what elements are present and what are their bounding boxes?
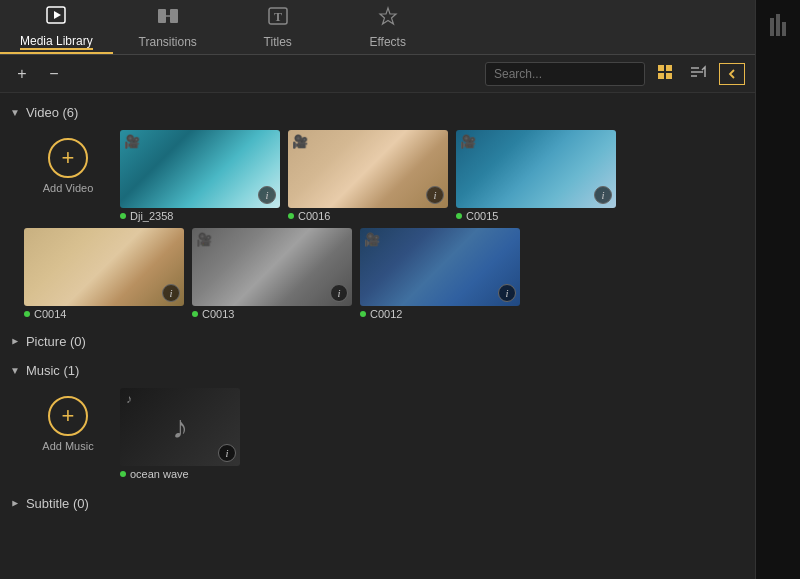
- video-item-c0015[interactable]: 🎥 i C0015: [456, 130, 616, 220]
- grid-view-button[interactable]: [653, 62, 677, 85]
- tab-media-library-label: Media Library: [20, 34, 93, 50]
- video-thumb-c0013: 🎥 i: [192, 228, 352, 306]
- status-dot-ocean-wave: [120, 471, 126, 477]
- add-music-button[interactable]: + Add Music: [24, 388, 112, 460]
- tab-titles[interactable]: T Titles: [223, 0, 333, 54]
- video-section-header[interactable]: ▼ Video (6): [10, 101, 745, 124]
- picture-collapse-arrow: ▼: [9, 337, 20, 347]
- status-dot-c0012: [360, 311, 366, 317]
- right-sidebar: [755, 0, 800, 579]
- svg-rect-10: [666, 73, 672, 79]
- main-panel: Media Library Transitions T Titles: [0, 0, 755, 579]
- add-music-label: Add Music: [42, 440, 93, 452]
- svg-rect-8: [666, 65, 672, 71]
- video-section-label: Video (6): [26, 105, 79, 120]
- video-thumb-c0016: 🎥 i: [288, 130, 448, 208]
- sort-button[interactable]: [685, 62, 711, 85]
- video-thumb-c0015: 🎥 i: [456, 130, 616, 208]
- video-label-dji2358: Dji_2358: [120, 210, 280, 222]
- music-note-small-icon: ♪: [126, 392, 132, 406]
- video-label-c0015: C0015: [456, 210, 616, 222]
- content-area: ▼ Video (6) + Add Video 🎥 i Dji_2358: [0, 93, 755, 579]
- toolbar: + −: [0, 55, 755, 93]
- subtitle-section-header[interactable]: ▼ Subtitle (0): [10, 492, 745, 515]
- music-section-header[interactable]: ▼ Music (1): [10, 359, 745, 382]
- video-item-c0016[interactable]: 🎥 i C0016: [288, 130, 448, 220]
- video-label-c0013: C0013: [192, 308, 352, 320]
- video-grid: + Add Video 🎥 i Dji_2358 🎥 i: [10, 130, 745, 318]
- search-input[interactable]: [485, 62, 645, 86]
- music-item-ocean-wave[interactable]: ♪ ♪ i ocean wave: [120, 388, 240, 480]
- svg-rect-7: [658, 65, 664, 71]
- titles-icon: T: [267, 6, 289, 31]
- status-dot-c0014: [24, 311, 30, 317]
- status-dot-c0015: [456, 213, 462, 219]
- info-btn-c0014[interactable]: i: [162, 284, 180, 302]
- add-video-label: Add Video: [43, 182, 94, 194]
- subtitle-section-label: Subtitle (0): [26, 496, 89, 511]
- svg-rect-16: [782, 22, 786, 36]
- video-label-c0012: C0012: [360, 308, 520, 320]
- info-btn-c0015[interactable]: i: [594, 186, 612, 204]
- info-btn-c0012[interactable]: i: [498, 284, 516, 302]
- tab-bar: Media Library Transitions T Titles: [0, 0, 755, 55]
- video-camera-icon-c0015: 🎥: [460, 134, 476, 149]
- music-collapse-arrow: ▼: [10, 365, 20, 376]
- video-thumb-c0012: 🎥 i: [360, 228, 520, 306]
- svg-rect-3: [170, 9, 178, 23]
- svg-rect-2: [158, 9, 166, 23]
- picture-section-label: Picture (0): [26, 334, 86, 349]
- status-dot-c0013: [192, 311, 198, 317]
- svg-marker-1: [54, 11, 61, 19]
- video-item-c0014[interactable]: i C0014: [24, 228, 184, 318]
- media-library-icon: [45, 5, 67, 30]
- music-section-label: Music (1): [26, 363, 79, 378]
- video-item-dji2358[interactable]: 🎥 i Dji_2358: [120, 130, 280, 220]
- transitions-icon: [157, 6, 179, 31]
- video-camera-icon-dji2358: 🎥: [124, 134, 140, 149]
- add-music-icon: +: [48, 396, 88, 436]
- svg-text:T: T: [274, 10, 282, 24]
- tab-effects[interactable]: Effects: [333, 0, 443, 54]
- video-thumb-dji2358: 🎥 i: [120, 130, 280, 208]
- info-btn-ocean-wave[interactable]: i: [218, 444, 236, 462]
- status-dot-c0016: [288, 213, 294, 219]
- tab-titles-label: Titles: [264, 35, 292, 49]
- music-label-ocean-wave: ocean wave: [120, 468, 240, 480]
- collapse-panel-button[interactable]: [719, 63, 745, 85]
- svg-rect-14: [770, 18, 774, 36]
- video-item-c0012[interactable]: 🎥 i C0012: [360, 228, 520, 318]
- info-btn-c0013[interactable]: i: [330, 284, 348, 302]
- video-collapse-arrow: ▼: [10, 107, 20, 118]
- video-thumb-c0014: i: [24, 228, 184, 306]
- add-video-icon: +: [48, 138, 88, 178]
- video-item-c0013[interactable]: 🎥 i C0013: [192, 228, 352, 318]
- video-label-c0016: C0016: [288, 210, 448, 222]
- video-camera-icon-c0013: 🎥: [196, 232, 212, 247]
- tab-transitions-label: Transitions: [139, 35, 197, 49]
- sidebar-chart-icon: [768, 10, 788, 38]
- video-camera-icon-c0012: 🎥: [364, 232, 380, 247]
- video-camera-icon-c0016: 🎥: [292, 134, 308, 149]
- svg-rect-15: [776, 14, 780, 36]
- effects-icon: [377, 6, 399, 31]
- info-btn-dji2358[interactable]: i: [258, 186, 276, 204]
- music-thumb-ocean-wave: ♪ ♪ i: [120, 388, 240, 466]
- status-dot-dji2358: [120, 213, 126, 219]
- tab-effects-label: Effects: [369, 35, 405, 49]
- add-button[interactable]: +: [10, 62, 34, 86]
- svg-rect-9: [658, 73, 664, 79]
- add-video-button[interactable]: + Add Video: [24, 130, 112, 202]
- info-btn-c0016[interactable]: i: [426, 186, 444, 204]
- remove-button[interactable]: −: [42, 62, 66, 86]
- tab-media-library[interactable]: Media Library: [0, 0, 113, 54]
- tab-transitions[interactable]: Transitions: [113, 0, 223, 54]
- music-grid: + Add Music ♪ ♪ i ocean wave: [10, 388, 745, 480]
- picture-section-header[interactable]: ▼ Picture (0): [10, 330, 745, 353]
- video-label-c0014: C0014: [24, 308, 184, 320]
- music-note-icon: ♪: [172, 409, 188, 446]
- subtitle-collapse-arrow: ▼: [9, 499, 20, 509]
